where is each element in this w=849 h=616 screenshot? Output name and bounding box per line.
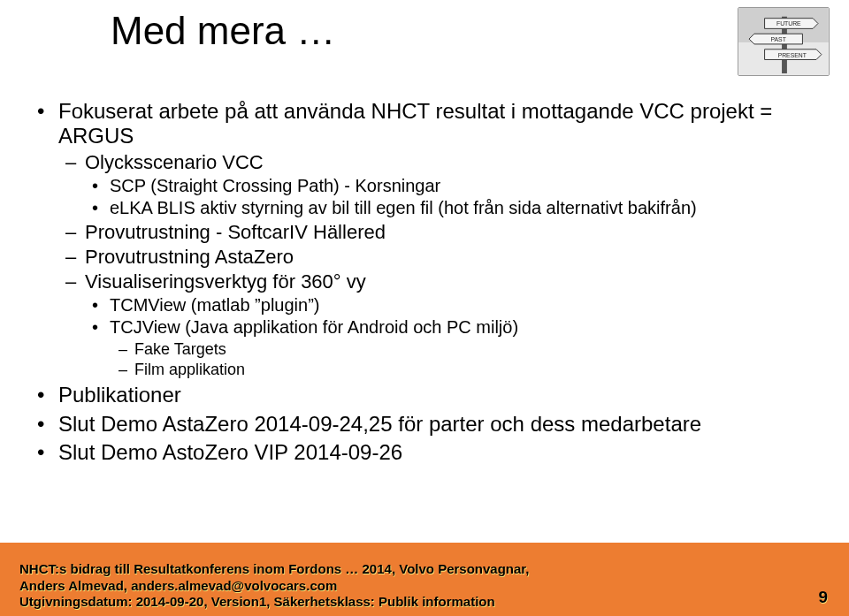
bullet-text: eLKA BLIS aktiv styrning av bil till ege… bbox=[110, 198, 697, 217]
bullet-l3: eLKA BLIS aktiv styrning av bil till ege… bbox=[85, 198, 815, 219]
bullet-text: Provutrustning - SoftcarIV Hällered bbox=[85, 221, 386, 243]
bullet-text: Publikationer bbox=[58, 383, 181, 407]
bullet-l4: Fake Targets bbox=[110, 340, 815, 359]
bullet-l2: Olycksscenario VCC SCP (Straight Crossin… bbox=[58, 151, 815, 219]
bullet-text: Slut Demo AstaZero 2014-09-24,25 för par… bbox=[58, 412, 701, 436]
bullet-l2: Provutrustning AstaZero bbox=[58, 246, 815, 269]
footer-line-1: NHCT:s bidrag till Resultatkonferens ino… bbox=[19, 561, 830, 578]
page-number: 9 bbox=[818, 588, 828, 607]
bullet-l3: TCJView (Java applikation för Android oc… bbox=[85, 317, 815, 379]
bullet-l1: Slut Demo AstaZero 2014-09-24,25 för par… bbox=[34, 412, 815, 437]
bullet-text: Film applikation bbox=[134, 361, 245, 378]
signpost-label-past: PAST bbox=[771, 36, 786, 42]
bullet-text: Fokuserat arbete på att använda NHCT res… bbox=[58, 99, 772, 148]
bullet-l1: Slut Demo AstoZero VIP 2014-09-26 bbox=[34, 440, 815, 465]
bullet-l4: Film applikation bbox=[110, 361, 815, 379]
bullet-text: Visualiseringsverktyg för 360° vy bbox=[85, 270, 366, 293]
footer-text: NHCT:s bidrag till Resultatkonferens ino… bbox=[19, 561, 830, 611]
footer-line-3: Utgivningsdatum: 2014-09-20, Version1, S… bbox=[19, 594, 830, 611]
bullet-text: SCP (Straight Crossing Path) - Korsninga… bbox=[110, 176, 440, 195]
signpost-label-present: PRESENT bbox=[778, 52, 807, 58]
footer-line-2: Anders Almevad, anders.almevad@volvocars… bbox=[19, 578, 830, 595]
bullet-l2: Provutrustning - SoftcarIV Hällered bbox=[58, 221, 815, 244]
bullet-text: TCMView (matlab ”plugin”) bbox=[110, 295, 319, 315]
bullet-l1: Fokuserat arbete på att använda NHCT res… bbox=[34, 99, 815, 379]
signpost-image: FUTURE PAST PRESENT bbox=[738, 7, 830, 76]
bullet-text: Olycksscenario VCC bbox=[85, 151, 264, 173]
bullet-l1: Publikationer bbox=[34, 383, 815, 407]
bullet-l3: SCP (Straight Crossing Path) - Korsninga… bbox=[85, 176, 815, 197]
bullet-text: TCJView (Java applikation för Android oc… bbox=[110, 317, 518, 337]
bullet-text: Provutrustning AstaZero bbox=[85, 246, 294, 268]
bullet-l2: Visualiseringsverktyg för 360° vy TCMVie… bbox=[58, 270, 815, 380]
content-area: Fokuserat arbete på att använda NHCT res… bbox=[34, 99, 815, 468]
bullet-text: Slut Demo AstoZero VIP 2014-09-26 bbox=[58, 440, 402, 464]
bullet-l3: TCMView (matlab ”plugin”) bbox=[85, 295, 815, 316]
signpost-label-future: FUTURE bbox=[776, 20, 801, 27]
slide-title: Med mera … bbox=[111, 9, 335, 53]
bullet-text: Fake Targets bbox=[134, 340, 226, 358]
slide: Med mera … FUTURE PAST PRESENT Fokuserat… bbox=[0, 0, 849, 616]
